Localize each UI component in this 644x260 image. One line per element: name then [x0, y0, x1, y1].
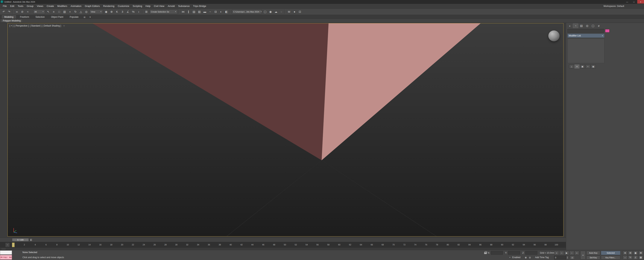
display-tab[interactable]: ▢ [590, 23, 596, 28]
toggle-ribbon-icon[interactable]: ▬ [202, 9, 208, 14]
time-configuration-button[interactable]: ◷ [570, 256, 575, 260]
timeline-tick[interactable]: 14 [88, 244, 90, 246]
z-coord-input[interactable] [525, 251, 537, 255]
zoom-extents-all-icon[interactable]: ⊠ [638, 251, 643, 255]
align-icon[interactable]: ∥ [186, 9, 191, 14]
modifier-list-dropdown[interactable]: Modifier List ▼ [568, 34, 604, 38]
timeline-tick[interactable]: 38 [219, 244, 221, 246]
curve-editor-icon[interactable]: ~ [208, 9, 213, 14]
select-object-icon[interactable]: ↖ [46, 9, 51, 14]
timeline-tick[interactable]: 6 [46, 244, 46, 246]
percent-snap-icon[interactable]: % [131, 9, 136, 14]
close-button[interactable]: × [637, 0, 644, 3]
timeline-tick[interactable]: 42 [240, 244, 242, 246]
select-by-name-icon[interactable]: ≡ [51, 9, 56, 14]
safe-frame-icon[interactable]: ⊡ [297, 9, 302, 14]
timeline-tick[interactable]: 94 [523, 244, 525, 246]
keyboard-shortcut-override-icon[interactable]: K [114, 9, 120, 14]
timeline-tick[interactable]: 22 [132, 244, 134, 246]
viewport-standard-menu[interactable]: [ Standard ] [30, 24, 41, 27]
timeline-tick[interactable]: 36 [208, 244, 210, 246]
set-keys-button[interactable]: + [580, 251, 586, 260]
render-production-icon[interactable]: ◉ [268, 9, 273, 14]
timeline-ruler[interactable]: ~ 02468101214161820222426283032343638404… [0, 242, 566, 249]
timeline-tick[interactable]: 80 [447, 244, 449, 246]
maxscript-mini-listener-input[interactable]: Array: modifi [0, 255, 12, 260]
bind-to-space-warp-icon[interactable]: ≈ [25, 9, 30, 14]
viewport-general-menu[interactable]: [ + ] [10, 24, 13, 27]
scene-canvas[interactable] [8, 23, 563, 236]
rendered-frame-window-icon[interactable]: ▢ [262, 9, 268, 14]
project-folder-dropdown[interactable]: C:\Users\pc\...3ds Max 2024▼ [232, 9, 262, 14]
timeline-tick[interactable]: 10 [67, 244, 69, 246]
time-slider-track[interactable]: 0 / 100 ▶ [0, 238, 566, 242]
menu-rendering[interactable]: Rendering [102, 4, 116, 8]
menu-graph-editors[interactable]: Graph Editors [83, 4, 102, 8]
menu-views[interactable]: Views [35, 4, 45, 8]
maximize-button[interactable]: □ [630, 0, 637, 3]
timeline-tick[interactable]: 66 [371, 244, 373, 246]
undo-icon[interactable]: ↶ [1, 9, 6, 14]
timeline-tick[interactable]: 46 [262, 244, 264, 246]
zoom-icon[interactable]: ⊕ [623, 251, 628, 255]
timeline-tick[interactable]: 30 [175, 244, 178, 246]
timeline-tick[interactable]: 48 [273, 244, 275, 246]
previous-frame-button[interactable]: ‹ [559, 251, 564, 255]
timeline-tick[interactable]: 34 [197, 244, 199, 246]
ribbon-tab-modeling[interactable]: Modeling [2, 15, 16, 18]
timeline-tick[interactable]: 0 [13, 244, 14, 246]
timeline-tick[interactable]: 26 [154, 244, 156, 246]
reference-coordinate-dropdown[interactable]: View▼ [90, 9, 103, 14]
timeline-tick[interactable]: 72 [403, 244, 406, 246]
macro-recorder-icon[interactable]: ● [292, 9, 297, 14]
timeline-tick[interactable]: 74 [414, 244, 416, 246]
render-history-icon[interactable]: ◌ [279, 9, 284, 14]
ribbon-display-toggle-icon[interactable]: ▤ [83, 15, 86, 18]
menu-civil-view[interactable]: Civil View [152, 4, 166, 8]
menu-customize[interactable]: Customize [116, 4, 131, 8]
render-setup-icon[interactable]: ◧ [224, 9, 229, 14]
y-coord-input[interactable] [508, 251, 520, 255]
play-button[interactable]: ▶ [564, 251, 569, 255]
zoom-all-icon[interactable]: ⊞ [628, 251, 633, 255]
timeline-tick[interactable]: 44 [251, 244, 254, 246]
timeline-tick[interactable]: 82 [458, 244, 460, 246]
menu-tripo-bridge[interactable]: Tripo Bridge [191, 4, 208, 8]
timeline-tick[interactable]: 8 [56, 244, 58, 246]
pan-icon[interactable]: ↔ [623, 255, 628, 260]
pin-stack-button[interactable]: ⊥ [569, 65, 574, 68]
timeline-tick[interactable]: 24 [143, 244, 145, 246]
key-selection-set-dropdown[interactable]: Selected [601, 251, 620, 255]
menu-arnold[interactable]: Arnold [166, 4, 176, 8]
auto-key-button[interactable]: Auto Key [586, 251, 600, 255]
menu-modifiers[interactable]: Modifiers [56, 4, 69, 8]
trackbar-options-icon[interactable]: ◎ [528, 256, 532, 259]
next-key-nub[interactable]: ▶ [30, 238, 32, 242]
mirror-icon[interactable]: ⋈ [180, 9, 186, 14]
timeline-tick[interactable]: 28 [164, 244, 166, 246]
maxscript-editor-icon[interactable]: M [286, 9, 292, 14]
minimize-button[interactable]: — [624, 0, 630, 3]
timeline-tick[interactable]: 76 [425, 244, 427, 246]
modifier-stack-list[interactable] [568, 38, 604, 63]
ribbon-tab-populate[interactable]: Populate [68, 15, 81, 18]
configure-modifier-sets-button[interactable]: ▦ [591, 65, 596, 68]
workspace-selector[interactable]: Workspaces: Default [604, 5, 624, 7]
timeline-tick[interactable]: 90 [501, 244, 503, 246]
open-mini-curve-editor-button[interactable]: ~ [5, 243, 10, 247]
schematic-view-icon[interactable]: ⊟ [213, 9, 218, 14]
timeline-tick[interactable]: 2 [24, 244, 25, 246]
maxscript-mini-listener-output[interactable] [0, 251, 12, 255]
timeline-tick[interactable]: 62 [349, 244, 351, 246]
viewport-filter-icon[interactable]: ▽ [63, 25, 65, 27]
redo-icon[interactable]: ↷ [6, 9, 12, 14]
timeline-tick[interactable]: 52 [295, 244, 297, 246]
timeline-tick[interactable]: 50 [284, 244, 286, 246]
timeline-tick[interactable]: 12 [78, 244, 80, 246]
select-and-place-icon[interactable]: ◎ [84, 9, 89, 14]
create-tab[interactable]: + [567, 23, 572, 28]
timeline-tick[interactable]: 4 [35, 244, 36, 246]
polygon-modeling-panel-header[interactable]: Polygon Modeling [1, 19, 23, 22]
show-end-result-button[interactable]: ≡ [574, 65, 580, 68]
timeline-tick[interactable]: 88 [490, 244, 492, 246]
